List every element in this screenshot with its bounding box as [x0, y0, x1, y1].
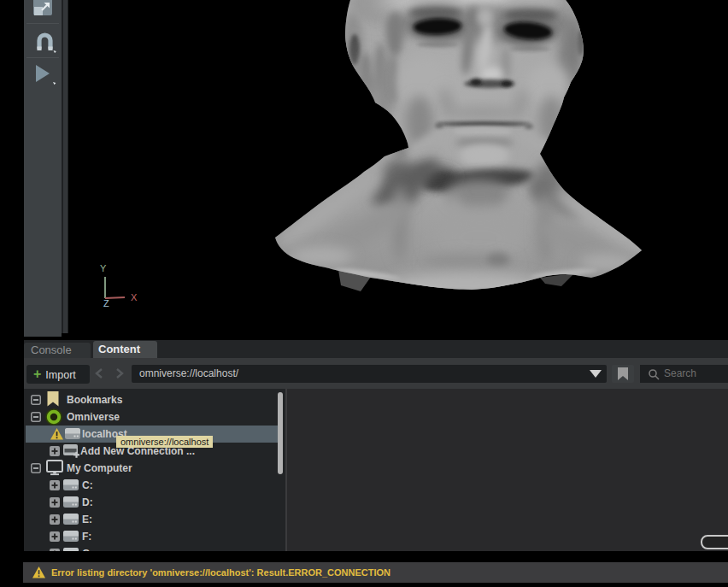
svg-text:Y: Y: [100, 263, 107, 273]
svg-text:Z: Z: [103, 298, 109, 308]
svg-text:X: X: [131, 292, 138, 302]
